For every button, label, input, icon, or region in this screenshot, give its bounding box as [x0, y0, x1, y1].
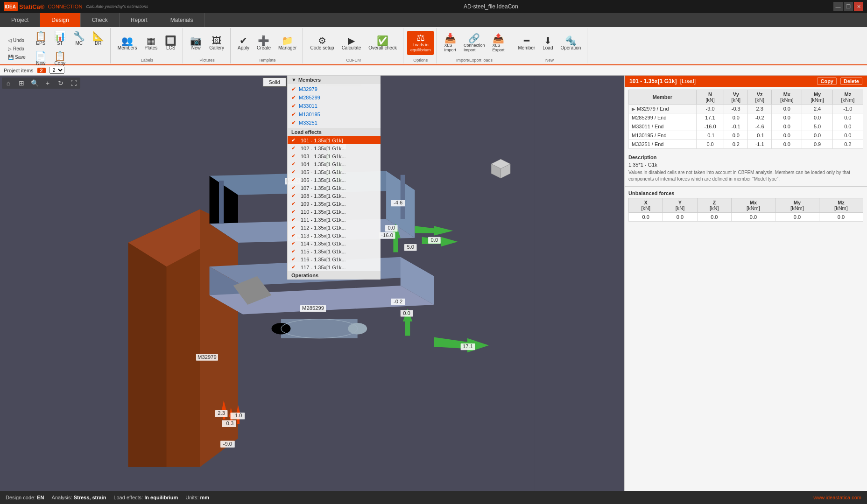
le-item-107[interactable]: ✔ 107 - 1.35x[1 G1k...: [288, 184, 381, 192]
table-row[interactable]: M285299 / End 17.1 0.0 -0.2 0.0 0.0 0.0: [629, 113, 863, 122]
cell-my-1[interactable]: 0.0: [802, 113, 832, 122]
cell-mx-4[interactable]: 0.0: [772, 140, 802, 149]
cell-n-0[interactable]: -9.0: [696, 105, 724, 113]
mc-button[interactable]: 🔧MC: [70, 29, 88, 48]
redo-button[interactable]: ▷ Redo: [5, 45, 29, 53]
le-item-116[interactable]: ✔ 116 - 1.35x[1 G1k...: [288, 255, 381, 263]
eps-button[interactable]: 📋EPS: [32, 29, 50, 48]
tab-report[interactable]: Report: [120, 13, 159, 27]
cell-n-3[interactable]: -0.1: [696, 131, 724, 140]
le-item-108[interactable]: ✔ 108 - 1.35x[1 G1k...: [288, 192, 381, 200]
cell-vy-0[interactable]: -0.3: [724, 105, 748, 113]
move-button[interactable]: +: [42, 78, 53, 88]
tab-check[interactable]: Check: [81, 13, 120, 27]
save-button[interactable]: 💾 Save: [5, 53, 29, 61]
member-link-m130195[interactable]: M130195: [299, 112, 320, 117]
calculate-button[interactable]: ▶Calculate: [338, 34, 365, 53]
tab-materials[interactable]: Materials: [159, 13, 205, 27]
code-setup-button[interactable]: ⚙Code setup: [307, 34, 337, 53]
fit-button[interactable]: ⛶: [68, 78, 79, 88]
description-value[interactable]: 1.35*1 - G1k: [628, 162, 863, 168]
new-operation-button[interactable]: 🔩Operation: [557, 34, 584, 53]
website-link[interactable]: www.ideastatica.com: [813, 495, 861, 500]
le-item-106[interactable]: ✔ 106 - 1.35x[1 G1k...: [288, 176, 381, 184]
close-button[interactable]: ✕: [854, 2, 863, 11]
cell-vz-0[interactable]: 2.3: [748, 105, 772, 113]
cell-mx-0[interactable]: 0.0: [772, 105, 802, 113]
rotate-button[interactable]: ↻: [55, 78, 66, 88]
member-link-m285299[interactable]: M285299: [299, 95, 320, 100]
cell-vy-1[interactable]: 0.0: [724, 113, 748, 122]
copy-item-button[interactable]: 📋Copy: [51, 49, 69, 68]
member-link-m33011[interactable]: M33011: [299, 103, 317, 109]
le-item-117[interactable]: ✔ 117 - 1.35x[1 G1k...: [288, 263, 381, 271]
new-item-button[interactable]: 📄New: [32, 49, 50, 68]
loads-equilibrium-button[interactable]: ⚖ Loads inequilibrium: [407, 31, 434, 55]
cell-n-4[interactable]: 0.0: [696, 140, 724, 149]
le-item-110[interactable]: ✔ 110 - 1.35x[1 G1k...: [288, 208, 381, 216]
members-button[interactable]: 👥Members: [114, 34, 141, 53]
new-picture-button[interactable]: 📷New: [187, 34, 205, 53]
connection-import-button[interactable]: 🔗ConnectionImport: [460, 31, 488, 55]
member-link-m32979[interactable]: M32979: [299, 86, 317, 92]
load-delete-button[interactable]: Delete: [840, 77, 862, 85]
member-item-m285299[interactable]: ✔ M285299: [288, 93, 381, 102]
le-item-111[interactable]: ✔ 111 - 1.35x[1 G1k...: [288, 216, 381, 224]
create-button[interactable]: ➕Create: [254, 34, 274, 53]
cell-mx-1[interactable]: 0.0: [772, 113, 802, 122]
cell-vz-4[interactable]: -1.1: [748, 140, 772, 149]
expand-icon-0[interactable]: ▶: [632, 106, 635, 112]
cell-vz-1[interactable]: -0.2: [748, 113, 772, 122]
zoom-in-button[interactable]: 🔍: [29, 78, 40, 88]
member-link-m33251[interactable]: M33251: [299, 120, 317, 126]
manager-button[interactable]: 📁Manager: [275, 34, 300, 53]
le-item-104[interactable]: ✔ 104 - 1.35x[1 G1k...: [288, 160, 381, 168]
cell-mz-2[interactable]: 0.0: [832, 122, 863, 131]
le-item-114[interactable]: ✔ 114 - 1.35x[1 G1k...: [288, 239, 381, 247]
le-item-105[interactable]: ✔ 105 - 1.35x[1 G1k...: [288, 168, 381, 176]
dr-button[interactable]: 📐DR: [89, 29, 107, 48]
table-row[interactable]: M130195 / End -0.1 0.0 -0.1 0.0 0.0 0.0: [629, 131, 863, 140]
cell-vy-4[interactable]: 0.2: [724, 140, 748, 149]
cell-vy-2[interactable]: -0.1: [724, 122, 748, 131]
le-item-101[interactable]: ✔ 101 - 1.35x[1 G1k]: [288, 136, 381, 144]
tab-project[interactable]: Project: [0, 13, 40, 27]
cell-n-2[interactable]: -16.0: [696, 122, 724, 131]
new-member-button[interactable]: ━Member: [515, 34, 539, 53]
apply-button[interactable]: ✔Apply: [234, 34, 253, 53]
zoom-extent-button[interactable]: ⊞: [16, 78, 27, 88]
gallery-button[interactable]: 🖼Gallery: [206, 34, 227, 53]
table-row[interactable]: M33011 / End -16.0 -0.1 -4.6 0.0 5.0 0.0: [629, 122, 863, 131]
member-item-m130195[interactable]: ✔ M130195: [288, 110, 381, 119]
member-item-m33251[interactable]: ✔ M33251: [288, 119, 381, 127]
le-item-102[interactable]: ✔ 102 - 1.35x[1 G1k...: [288, 144, 381, 152]
lcs-button[interactable]: 🔲LCS: [162, 34, 180, 53]
xls-export-button[interactable]: 📤XLSExport: [489, 31, 508, 55]
cell-mz-4[interactable]: 0.2: [832, 140, 863, 149]
le-item-113[interactable]: ✔ 113 - 1.35x[1 G1k...: [288, 231, 381, 239]
le-item-112[interactable]: ✔ 112 - 1.35x[1 G1k...: [288, 224, 381, 231]
undo-button[interactable]: ◁ Undo: [5, 36, 29, 44]
cell-my-2[interactable]: 5.0: [802, 122, 832, 131]
cell-mz-0[interactable]: -1.0: [832, 105, 863, 113]
lc-selector[interactable]: 12345: [49, 67, 64, 74]
cell-mz-1[interactable]: 0.0: [832, 113, 863, 122]
st-button[interactable]: 📊ST: [51, 29, 69, 48]
viewport[interactable]: Solid Transparent Wireframe ⌂ ⊞ 🔍 + ↻ ⛶: [0, 76, 624, 491]
le-item-115[interactable]: ✔ 115 - 1.35x[1 G1k...: [288, 247, 381, 255]
member-item-m33011[interactable]: ✔ M33011: [288, 102, 381, 110]
cell-mz-3[interactable]: 0.0: [832, 131, 863, 140]
cell-mx-3[interactable]: 0.0: [772, 131, 802, 140]
le-item-103[interactable]: ✔ 103 - 1.35x[1 G1k...: [288, 152, 381, 160]
table-row[interactable]: M33251 / End 0.0 0.2 -1.1 0.0 0.9 0.2: [629, 140, 863, 149]
restore-button[interactable]: ❐: [844, 2, 853, 11]
cell-my-4[interactable]: 0.9: [802, 140, 832, 149]
cell-vz-3[interactable]: -0.1: [748, 131, 772, 140]
home-view-button[interactable]: ⌂: [3, 78, 14, 88]
cell-n-1[interactable]: 17.1: [696, 113, 724, 122]
table-row[interactable]: ▶ M32979 / End -9.0 -0.3 2.3 0.0 2.4 -1.…: [629, 105, 863, 113]
new-load-button[interactable]: ⬇Load: [539, 34, 556, 53]
xls-import-button[interactable]: 📥XLSImport: [441, 31, 459, 55]
minimize-button[interactable]: —: [833, 2, 843, 11]
load-copy-button[interactable]: Copy: [817, 77, 837, 85]
